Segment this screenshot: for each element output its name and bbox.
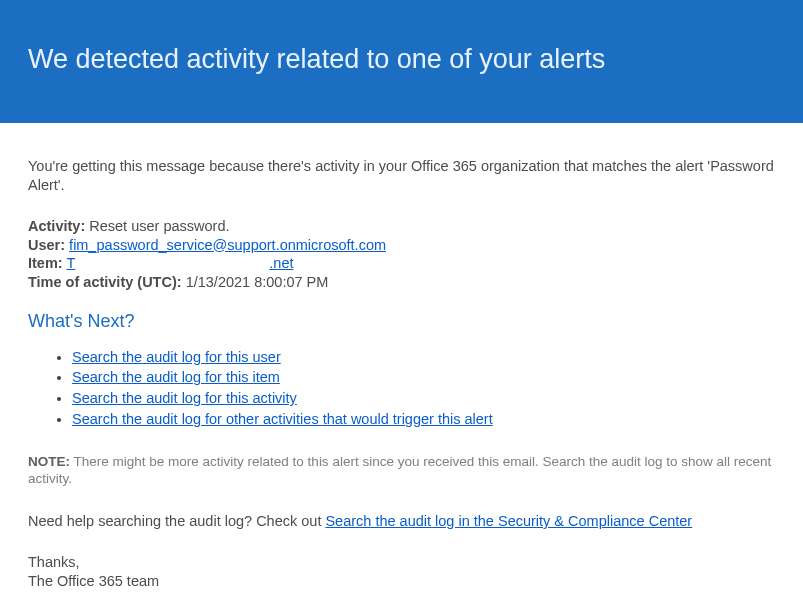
detail-activity: Activity: Reset user password. [28,217,775,236]
page-title: We detected activity related to one of y… [28,42,775,77]
item-suffix: .net [269,255,293,271]
action-list: Search the audit log for this user Searc… [28,348,775,429]
help-link[interactable]: Search the audit log in the Security & C… [325,513,692,529]
detail-user: User: fim_password_service@support.onmic… [28,236,775,255]
note-text: NOTE: There might be more activity relat… [28,453,775,488]
signoff-team: The Office 365 team [28,573,159,589]
email-header: We detected activity related to one of y… [0,0,803,123]
audit-item-link[interactable]: Search the audit log for this item [72,369,280,385]
user-link[interactable]: fim_password_service@support.onmicrosoft… [69,237,386,253]
audit-activity-link[interactable]: Search the audit log for this activity [72,390,297,406]
time-value: 1/13/2021 8:00:07 PM [186,274,329,290]
signoff-thanks: Thanks, [28,554,80,570]
audit-user-link[interactable]: Search the audit log for this user [72,349,281,365]
item-label: Item: [28,255,63,271]
whats-next-heading: What's Next? [28,310,775,333]
list-item: Search the audit log for this activity [72,389,775,408]
signoff: Thanks, The Office 365 team [28,553,775,591]
activity-value: Reset user password. [89,218,229,234]
note-label: NOTE: [28,454,70,469]
email-body: You're getting this message because ther… [0,129,803,613]
list-item: Search the audit log for this user [72,348,775,367]
alert-details: Activity: Reset user password. User: fim… [28,217,775,292]
item-prefix: T [66,255,75,271]
item-link[interactable]: T.net [66,255,293,271]
detail-time: Time of activity (UTC): 1/13/2021 8:00:0… [28,273,775,292]
user-label: User: [28,237,65,253]
item-redacted [77,260,267,274]
audit-other-link[interactable]: Search the audit log for other activitie… [72,411,493,427]
help-text: Need help searching the audit log? Check… [28,512,775,531]
activity-label: Activity: [28,218,85,234]
list-item: Search the audit log for this item [72,368,775,387]
detail-item: Item: T.net [28,254,775,273]
list-item: Search the audit log for other activitie… [72,410,775,429]
intro-text: You're getting this message because ther… [28,157,775,195]
help-prefix: Need help searching the audit log? Check… [28,513,325,529]
time-label: Time of activity (UTC): [28,274,182,290]
note-body: There might be more activity related to … [28,454,771,487]
